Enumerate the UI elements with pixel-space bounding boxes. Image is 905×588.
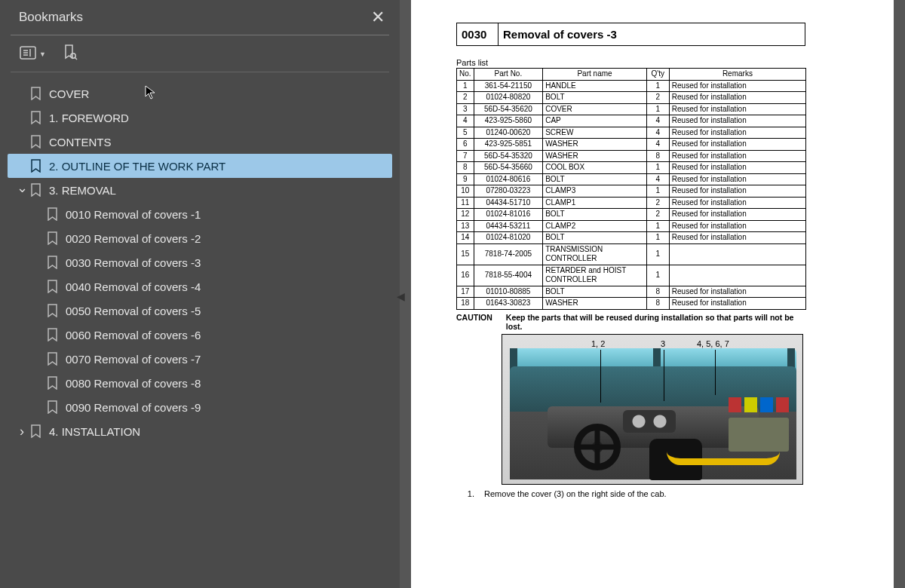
bookmark-icon <box>47 352 58 366</box>
table-cell: CLAMP1 <box>543 197 647 209</box>
table-cell: 1 <box>646 103 669 115</box>
bookmark-label: 0060 Removal of covers -6 <box>66 329 201 341</box>
table-cell: 8 <box>646 298 669 310</box>
table-cell: Reused for installation <box>669 103 805 115</box>
bookmark-label: 0050 Removal of covers -5 <box>66 305 201 317</box>
table-cell: CLAMP3 <box>543 185 647 198</box>
bookmark-icon <box>47 207 58 221</box>
table-cell: 3 <box>457 103 474 115</box>
table-cell: 2 <box>646 209 669 221</box>
table-row: 1304434-53211CLAMP21Reused for installat… <box>457 220 806 232</box>
figure-cab-interior: 1, 2 3 4, 5, 6, 7 <box>502 334 803 485</box>
table-cell: BOLT <box>543 92 647 104</box>
bookmark-item[interactable]: 0030 Removal of covers -3 <box>8 250 392 274</box>
bookmark-item[interactable]: 0010 Removal of covers -1 <box>8 202 392 226</box>
table-cell: 423-925-5851 <box>474 139 543 151</box>
bookmark-item[interactable]: 0090 Removal of covers -9 <box>8 395 392 419</box>
table-cell: 1 <box>646 265 669 286</box>
table-cell: 01024-80820 <box>474 92 543 104</box>
bookmark-icon <box>30 87 41 100</box>
table-row: 756D-54-35320WASHER8Reused for installat… <box>457 150 806 162</box>
divider <box>11 35 389 35</box>
table-cell: 4 <box>646 173 669 185</box>
table-cell: 17 <box>457 286 474 298</box>
bookmark-icon <box>47 280 58 293</box>
table-cell: Reused for installation <box>669 286 805 298</box>
bookmark-icon <box>47 328 58 341</box>
table-cell: CAP <box>543 115 647 127</box>
bookmark-label: COVER <box>49 87 89 100</box>
bookmark-item[interactable]: ⌄3. REMOVAL <box>8 178 392 202</box>
table-row: 1201024-81016BOLT2Reused for installatio… <box>457 209 806 221</box>
bookmark-icon <box>47 231 58 245</box>
bookmark-icon <box>47 400 58 414</box>
page: 0030 Removal of covers -3 Parts list No.… <box>411 0 894 588</box>
bookmark-item[interactable]: 0050 Removal of covers -5 <box>8 299 392 323</box>
bookmark-label: CONTENTS <box>49 136 112 149</box>
svg-point-5 <box>71 54 75 58</box>
table-cell: 18 <box>457 298 474 310</box>
table-cell <box>669 243 805 265</box>
table-cell: 01024-81020 <box>474 232 543 244</box>
bookmark-label: 0020 Removal of covers -2 <box>66 232 201 245</box>
bookmark-item[interactable]: 0060 Removal of covers -6 <box>8 323 392 347</box>
table-row: 1361-54-21150HANDLE1Reused for installat… <box>457 80 806 92</box>
table-cell: Reused for installation <box>669 115 805 127</box>
table-cell: 04434-53211 <box>474 220 543 232</box>
table-cell: COVER <box>543 103 647 115</box>
close-icon[interactable]: ✕ <box>371 8 385 27</box>
panel-title: Bookmarks <box>19 10 83 25</box>
options-button[interactable]: ▼ <box>20 46 46 63</box>
table-cell: WASHER <box>543 139 647 151</box>
table-header: Part No. <box>474 69 543 81</box>
table-cell: Reused for installation <box>669 185 805 198</box>
section-title: Removal of covers -3 <box>499 23 805 46</box>
bookmark-label: 4. INSTALLATION <box>49 425 140 438</box>
table-row: 201024-80820BOLT2Reused for installation <box>457 92 806 104</box>
table-cell: 1 <box>646 162 669 174</box>
chevron-right-icon[interactable]: › <box>14 424 30 439</box>
table-cell: 8 <box>457 162 474 174</box>
bookmark-item[interactable]: 2. OUTLINE OF THE WORK PART <box>8 154 392 178</box>
procedure-step: 1. Remove the cover (3) on the right sid… <box>456 489 865 498</box>
table-cell: 2 <box>646 197 669 209</box>
table-cell: Reused for installation <box>669 298 805 310</box>
bookmark-item[interactable]: CONTENTS <box>8 130 392 154</box>
table-cell: 9 <box>457 173 474 185</box>
bookmark-icon <box>30 159 41 173</box>
bookmark-label: 0070 Removal of covers -7 <box>66 353 201 366</box>
collapse-handle-icon[interactable]: ◀ <box>397 290 405 302</box>
table-cell: Reused for installation <box>669 150 805 162</box>
step-number: 1. <box>456 489 482 498</box>
table-cell: WASHER <box>543 150 647 162</box>
bookmark-label: 0090 Removal of covers -9 <box>66 401 201 414</box>
caution-note: CAUTION Keep the parts that will be reus… <box>456 313 806 331</box>
table-cell <box>669 265 805 286</box>
table-header: Q'ty <box>646 69 669 81</box>
bookmark-icon <box>30 135 41 149</box>
bookmark-item[interactable]: 0080 Removal of covers -8 <box>8 371 392 395</box>
bookmark-label: 0030 Removal of covers -3 <box>66 256 201 269</box>
bookmark-icon <box>47 256 58 269</box>
table-cell: 13 <box>457 220 474 232</box>
find-bookmark-button[interactable] <box>63 44 78 64</box>
table-row: 1007280-03223CLAMP31Reused for installat… <box>457 185 806 198</box>
bookmark-item[interactable]: 0040 Removal of covers -4 <box>8 274 392 299</box>
table-row: 167818-55-4004RETARDER and HOIST CONTROL… <box>457 265 806 286</box>
table-cell: Reused for installation <box>669 139 805 151</box>
bookmark-label: 0010 Removal of covers -1 <box>66 208 201 221</box>
table-cell: Reused for installation <box>669 197 805 209</box>
bookmark-item[interactable]: COVER <box>8 81 392 106</box>
bookmark-item[interactable]: 1. FOREWORD <box>8 106 392 130</box>
document-pane[interactable]: 0030 Removal of covers -3 Parts list No.… <box>400 0 905 588</box>
bookmark-item[interactable]: 0070 Removal of covers -7 <box>8 347 392 371</box>
bookmark-label: 0040 Removal of covers -4 <box>66 280 201 293</box>
table-cell: 15 <box>457 243 474 265</box>
bookmark-item[interactable]: 0020 Removal of covers -2 <box>8 226 392 250</box>
bookmark-item[interactable]: ›4. INSTALLATION <box>8 419 392 443</box>
table-cell: 56D-54-35620 <box>474 103 543 115</box>
table-row: 1701010-80885BOLT8Reused for installatio… <box>457 286 806 298</box>
bookmark-tree: COVER1. FOREWORDCONTENTS2. OUTLINE OF TH… <box>0 77 400 443</box>
bookmark-label: 3. REMOVAL <box>49 184 116 197</box>
chevron-down-icon[interactable]: ⌄ <box>14 179 30 196</box>
